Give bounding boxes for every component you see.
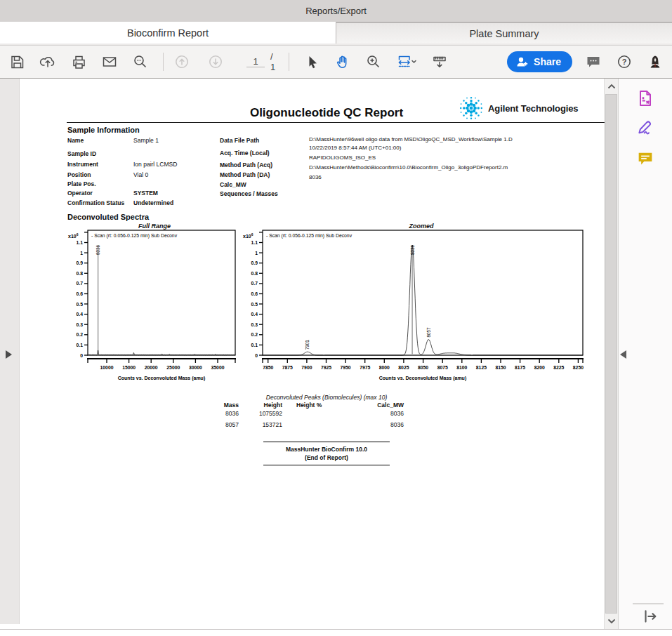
- pdf-page: Oligonucleotide QC Report Agilent Techno…: [21, 79, 602, 628]
- svg-text:0.7: 0.7: [77, 281, 84, 286]
- svg-text:25000: 25000: [166, 365, 180, 370]
- svg-text:0.4: 0.4: [77, 312, 84, 317]
- search-button[interactable]: [132, 53, 149, 70]
- comment-note-icon: [635, 149, 655, 168]
- field-method-path-acq-label: Method Path (Acq): [220, 161, 272, 168]
- zoom-in-button[interactable]: [365, 53, 382, 70]
- expand-left-panel-button[interactable]: [4, 349, 13, 363]
- hooded-figure-icon: [647, 53, 664, 70]
- field-method-path-da-label: Method Path (DA): [220, 171, 270, 178]
- page-number-input[interactable]: [246, 56, 265, 67]
- next-page-button[interactable]: [207, 53, 224, 70]
- search-more-icon: [132, 53, 149, 70]
- left-panel-strip: [0, 79, 20, 624]
- svg-text:1: 1: [80, 251, 83, 256]
- document-viewport[interactable]: Oligonucleotide QC Report Agilent Techno…: [20, 79, 604, 629]
- tab-plate-summary[interactable]: Plate Summary: [336, 22, 672, 44]
- share-person-icon: [515, 55, 529, 69]
- comment-button[interactable]: [585, 53, 602, 70]
- comment-tool-button[interactable]: [635, 149, 655, 168]
- svg-text:8000: 8000: [379, 365, 390, 370]
- scrolling-page-icon: [431, 53, 448, 70]
- fit-width-button[interactable]: [396, 53, 417, 70]
- svg-text:8057: 8057: [426, 327, 431, 338]
- svg-text:7901: 7901: [305, 340, 310, 350]
- print-button[interactable]: [70, 53, 87, 70]
- scroll-up-button[interactable]: [605, 79, 618, 94]
- field-sequences-masses-label: Sequences / Masses: [220, 190, 278, 197]
- scroll-down-button[interactable]: [605, 614, 618, 629]
- tab-bioconfirm-label: Bioconfirm Report: [127, 27, 209, 39]
- help-button[interactable]: ?: [616, 53, 633, 70]
- table-cell: 8036: [334, 410, 404, 417]
- toolbar-divider: [163, 53, 164, 71]
- tab-bioconfirm-report[interactable]: Bioconfirm Report: [0, 22, 336, 44]
- svg-text:15000: 15000: [122, 365, 136, 370]
- svg-text:0.3: 0.3: [77, 322, 84, 327]
- svg-text:7900: 7900: [301, 365, 312, 370]
- plugin-tool-button[interactable]: [647, 53, 664, 70]
- collapse-left-arrow-icon: [619, 349, 628, 360]
- field-data-file-path-label: Data File Path: [220, 137, 259, 144]
- select-tool-button[interactable]: [303, 53, 320, 70]
- zoom-in-icon: [365, 53, 382, 70]
- share-button[interactable]: Share: [507, 51, 572, 72]
- svg-text:8250: 8250: [573, 365, 584, 370]
- vertical-scrollbar[interactable]: [604, 79, 618, 629]
- export-pdf-tool-button[interactable]: [635, 88, 655, 108]
- svg-text:0.4: 0.4: [251, 312, 258, 317]
- report-footer: MassHunter BioConfirm 10.0 (End of Repor…: [263, 442, 390, 465]
- svg-text:0.6: 0.6: [251, 291, 258, 296]
- agilent-logo-text: Agilent Technologies: [488, 103, 579, 114]
- field-acq-time-label: Acq. Time (Local): [220, 150, 270, 157]
- window-titlebar: Reports/Export: [0, 0, 672, 22]
- svg-text:8036: 8036: [95, 245, 100, 256]
- svg-text:Counts vs. Deconvoluted Mass (: Counts vs. Deconvoluted Mass (amu): [118, 376, 205, 381]
- svg-text:0.5: 0.5: [251, 302, 258, 307]
- email-button[interactable]: [101, 53, 118, 70]
- table-cell: 8036: [214, 410, 239, 417]
- scroll-mode-button[interactable]: [431, 53, 448, 70]
- svg-text:7875: 7875: [282, 365, 293, 370]
- svg-text:Counts vs. Deconvoluted Mass (: Counts vs. Deconvoluted Mass (amu): [379, 376, 466, 381]
- field-operator-label: Operator: [67, 190, 93, 197]
- tools-rail: [618, 79, 672, 629]
- export-pdf-icon: [635, 88, 655, 108]
- hand-tool-button[interactable]: [334, 53, 351, 70]
- svg-text:35000: 35000: [211, 365, 225, 370]
- svg-text:1.1: 1.1: [77, 240, 84, 245]
- svg-text:10000: 10000: [100, 365, 114, 370]
- col-header-height-pct: Height %: [296, 402, 338, 409]
- scrollbar-thumb[interactable]: [605, 94, 617, 614]
- svg-text:8175: 8175: [515, 365, 525, 370]
- svg-text:- Scan (rt: 0.056-0.125 min): - Scan (rt: 0.056-0.125 min) Sub Deconv: [91, 233, 178, 239]
- upload-button[interactable]: [39, 53, 56, 70]
- expand-right-arrow-icon: [4, 349, 13, 360]
- svg-text:0.1: 0.1: [77, 343, 84, 347]
- field-operator-value: SYSTEM: [133, 190, 158, 197]
- save-icon: [9, 54, 25, 70]
- title-rule: [67, 122, 605, 123]
- open-tools-panel-button[interactable]: [641, 607, 659, 625]
- field-name-label: Name: [67, 137, 84, 144]
- field-confirmation-status-value: Undetermined: [133, 199, 173, 206]
- svg-text:0.2: 0.2: [251, 332, 258, 337]
- collapse-rail-button[interactable]: [619, 349, 628, 363]
- svg-text:8125: 8125: [476, 365, 487, 370]
- svg-text:0.8: 0.8: [251, 271, 258, 276]
- main-area: Oligonucleotide QC Report Agilent Techno…: [0, 79, 672, 629]
- svg-text:0.6: 0.6: [77, 291, 84, 296]
- field-data-file-path-value: D:\MassHunter\96well oligo data from MSD…: [309, 136, 513, 143]
- svg-text:0: 0: [255, 353, 258, 358]
- table-cell: 8036: [334, 421, 404, 428]
- field-plate-pos-label: Plate Pos.: [67, 180, 96, 187]
- save-button[interactable]: [8, 53, 25, 70]
- fit-width-icon: [396, 53, 417, 70]
- col-header-mass: Mass: [214, 402, 239, 409]
- svg-text:7925: 7925: [321, 365, 331, 370]
- rail-divider: [633, 603, 664, 604]
- footer-line2: (End of Report): [263, 453, 390, 462]
- fill-sign-tool-button[interactable]: [635, 117, 655, 136]
- previous-page-button[interactable]: [173, 53, 190, 70]
- help-icon: ?: [616, 53, 633, 70]
